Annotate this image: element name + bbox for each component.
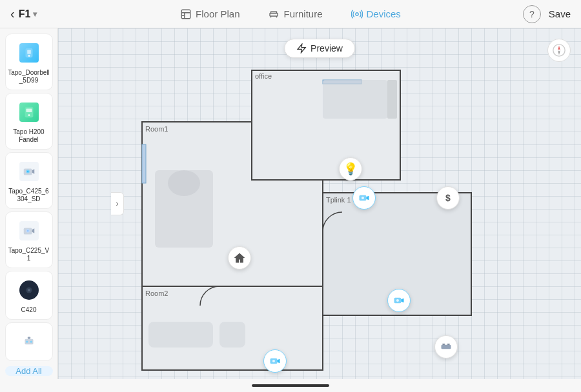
svg-text:office: office	[255, 72, 272, 80]
svg-rect-5	[27, 50, 31, 54]
svg-rect-44	[219, 322, 245, 348]
svg-point-40	[168, 170, 200, 196]
tab-floorplan[interactable]: Floor Plan	[175, 6, 245, 23]
floor-selector[interactable]: F1 ▾	[19, 8, 37, 20]
back-button[interactable]: ‹	[10, 6, 15, 21]
tab-floorplan-label: Floor Plan	[196, 8, 240, 19]
sidebar-device-doorbell[interactable]: Tapo_Doorbell_5D99	[5, 34, 53, 90]
svg-point-18	[28, 289, 30, 291]
c225-icon-box	[15, 217, 43, 244]
device-pin-camera-office[interactable]	[352, 186, 376, 210]
collapse-icon: ›	[116, 199, 119, 208]
device-rb-icon	[440, 340, 453, 353]
svg-point-4	[28, 55, 30, 57]
floorplan-icon	[180, 8, 192, 20]
device-pin-bulb[interactable]: 💡	[339, 157, 362, 181]
tab-furniture-label: Furniture	[283, 8, 322, 19]
c420-icon-box	[15, 277, 43, 304]
devices-icon	[351, 8, 363, 20]
device-pin-camera-right[interactable]	[387, 289, 411, 312]
nav-left: ‹ F1 ▾	[10, 6, 62, 21]
svg-text:Tplink 1: Tplink 1	[326, 196, 351, 204]
svg-point-48	[396, 299, 399, 302]
svg-rect-42	[387, 80, 397, 119]
svg-rect-53	[447, 344, 450, 345]
svg-rect-1	[270, 13, 278, 16]
nav-right: ? Save	[519, 5, 571, 23]
floor-dropdown-icon: ▾	[33, 10, 37, 19]
unknown-icon-box	[15, 328, 43, 355]
preview-icon	[296, 43, 307, 54]
device-pin-hub[interactable]	[228, 246, 251, 270]
doorbell-icon	[19, 43, 39, 63]
compass-button[interactable]	[547, 39, 571, 62]
main-area: Tapo_Doorbell_5D99 Tapo H200Fandel	[0, 28, 581, 379]
plug-pin-icon: $	[445, 193, 451, 203]
device-pin-device-rb[interactable]	[434, 335, 458, 358]
device-pin-camera-bottom[interactable]	[263, 349, 287, 373]
home-indicator	[252, 384, 329, 387]
device-sidebar: Tapo_Doorbell_5D99 Tapo H200Fandel	[0, 28, 58, 379]
sidebar-device-c225[interactable]: Tapo_C225_V1	[5, 211, 53, 268]
c425-icon	[19, 162, 39, 181]
svg-rect-0	[181, 10, 190, 19]
camera-office-icon	[358, 191, 371, 204]
c225-icon	[19, 221, 39, 240]
svg-rect-34	[142, 144, 146, 183]
c425-icon-box	[15, 158, 43, 185]
canvas-area[interactable]: Preview	[58, 28, 581, 379]
svg-point-21	[26, 340, 28, 342]
home-bar	[0, 379, 581, 392]
svg-rect-43	[148, 322, 213, 348]
h200-icon	[19, 103, 39, 122]
camera-right-icon	[392, 294, 405, 307]
svg-marker-26	[558, 50, 560, 55]
h200-icon-box	[15, 99, 43, 126]
c425-svg	[22, 164, 36, 179]
svg-rect-51	[442, 345, 451, 349]
sidebar-collapse-tab[interactable]: ›	[111, 192, 124, 215]
c425-label: Tapo_C425_6304_SD	[8, 188, 48, 203]
svg-marker-23	[298, 44, 305, 52]
svg-rect-41	[323, 80, 387, 119]
help-button[interactable]: ?	[523, 5, 541, 23]
preview-label: Preview	[311, 43, 343, 54]
furniture-icon	[268, 8, 280, 20]
floor-plan: office Room1 Room2 Tplink 1 💡	[136, 67, 523, 379]
svg-rect-52	[442, 344, 445, 345]
svg-marker-25	[558, 46, 560, 50]
svg-rect-7	[26, 109, 32, 113]
svg-point-8	[28, 114, 30, 116]
sidebar-device-h200[interactable]: Tapo H200Fandel	[5, 93, 53, 150]
c225-svg	[22, 224, 36, 238]
device-pin-plug[interactable]: $	[436, 186, 460, 210]
svg-point-2	[355, 12, 358, 15]
h200-svg	[22, 105, 36, 119]
help-icon: ?	[529, 9, 535, 19]
compass-icon	[552, 43, 566, 57]
svg-text:Room1: Room1	[145, 125, 168, 133]
sidebar-device-c425[interactable]: Tapo_C425_6304_SD	[5, 152, 53, 209]
h200-label: Tapo H200Fandel	[13, 128, 44, 144]
svg-point-22	[30, 340, 32, 342]
doorbell-label: Tapo_Doorbell_5D99	[8, 69, 50, 84]
svg-point-14	[26, 230, 28, 232]
save-button[interactable]: Save	[549, 8, 571, 19]
svg-point-11	[26, 171, 28, 173]
tab-furniture[interactable]: Furniture	[263, 6, 327, 23]
camera-bottom-icon	[269, 355, 281, 368]
bulb-pin-icon: 💡	[343, 162, 358, 176]
sidebar-device-c420[interactable]: C420	[5, 271, 53, 320]
tab-devices[interactable]: Devices	[346, 6, 406, 23]
c420-svg	[22, 283, 36, 297]
c420-icon	[19, 280, 39, 300]
add-all-button[interactable]: Add All	[5, 366, 53, 376]
svg-rect-20	[27, 337, 30, 338]
floor-plan-svg: office Room1 Room2 Tplink 1	[136, 67, 523, 377]
svg-point-50	[272, 360, 275, 362]
hub-icon	[233, 251, 246, 264]
sidebar-device-unknown[interactable]	[5, 322, 53, 361]
top-navigation: ‹ F1 ▾ Floor Plan Furniture Devi	[0, 0, 581, 28]
preview-button[interactable]: Preview	[284, 39, 355, 58]
nav-center: Floor Plan Furniture Devices	[175, 6, 406, 23]
